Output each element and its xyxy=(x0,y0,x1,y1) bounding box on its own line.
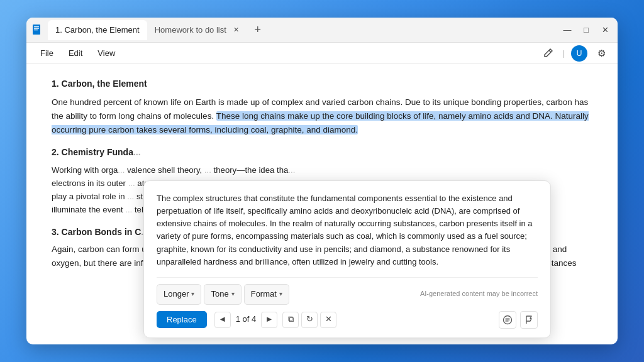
menu-file[interactable]: File xyxy=(34,46,60,60)
refresh-button[interactable]: ↻ xyxy=(301,312,318,328)
settings-icon[interactable]: ⚙ xyxy=(592,45,610,62)
close-button[interactable]: ✕ xyxy=(597,23,613,38)
dismiss-button[interactable]: ✕ xyxy=(320,312,336,328)
maximize-icon: □ xyxy=(584,25,589,35)
longer-chevron: ▾ xyxy=(191,289,194,299)
svg-rect-2 xyxy=(34,28,39,28)
tone-dropdown[interactable]: Tone ▾ xyxy=(204,284,241,305)
stack-icon-button[interactable] xyxy=(499,311,516,329)
copy-icon: ⧉ xyxy=(288,313,294,326)
format-chevron: ▾ xyxy=(279,289,282,299)
add-tab-button[interactable]: + xyxy=(249,21,267,39)
tab-homework-label: Homework to do list xyxy=(155,25,226,35)
document-body: 1. Carbon, the Element One hundred perce… xyxy=(26,64,618,344)
ai-popup-text: The complex structures that constitute t… xyxy=(157,192,538,268)
tab-homework[interactable]: Homework to do list ✕ xyxy=(147,20,249,40)
ai-disclaimer: AI-generated content may be incorrect xyxy=(292,288,538,300)
minimize-icon: — xyxy=(564,25,572,35)
tone-label: Tone xyxy=(211,288,228,301)
nav-next-button[interactable]: ► xyxy=(261,312,277,328)
window-controls: — □ ✕ xyxy=(560,23,613,38)
toolbar-icons: | U ⚙ xyxy=(539,45,610,62)
doc-heading-2: 2. Chemistry Funda... xyxy=(52,145,592,159)
ai-rewrite-popup: The complex structures that constitute t… xyxy=(143,180,551,338)
close-icon: ✕ xyxy=(602,25,609,35)
doc-para-1: One hundred percent of known life on Ear… xyxy=(52,96,592,136)
nav-label: 1 of 4 xyxy=(233,313,259,326)
tab-homework-close[interactable]: ✕ xyxy=(231,25,242,35)
dismiss-icon: ✕ xyxy=(325,313,332,326)
nav-controls: ◄ 1 of 4 ► xyxy=(214,312,278,328)
user-avatar[interactable]: U xyxy=(571,45,587,62)
svg-rect-3 xyxy=(34,30,38,30)
title-bar: 1. Carbon, the Element Homework to do li… xyxy=(26,18,618,43)
add-tab-icon: + xyxy=(255,23,262,36)
longer-label: Longer xyxy=(164,288,189,301)
ai-popup-actions: Longer ▾ Tone ▾ Format ▾ AI-generated co… xyxy=(157,277,538,305)
svg-rect-1 xyxy=(34,26,39,27)
app-icon xyxy=(31,24,44,36)
minimize-button[interactable]: — xyxy=(560,23,575,38)
menu-view[interactable]: View xyxy=(91,46,121,60)
copy-button[interactable]: ⧉ xyxy=(282,312,299,328)
doc-heading-1: 1. Carbon, the Element xyxy=(52,77,592,90)
action-icons-right xyxy=(499,311,538,329)
tab-carbon-label: 1. Carbon, the Element xyxy=(55,25,140,35)
format-dropdown[interactable]: Format ▾ xyxy=(244,284,289,305)
pen-icon[interactable] xyxy=(539,45,557,62)
flag-icon-button[interactable] xyxy=(520,311,538,329)
tone-chevron: ▾ xyxy=(231,289,235,299)
format-label: Format xyxy=(251,288,277,301)
close-icon: ✕ xyxy=(233,26,239,34)
longer-dropdown[interactable]: Longer ▾ xyxy=(157,284,201,305)
ai-popup-bottom: Replace ◄ 1 of 4 ► ⧉ ↻ ✕ xyxy=(157,311,538,329)
refresh-icon: ↻ xyxy=(306,313,313,326)
menu-edit[interactable]: Edit xyxy=(62,46,89,60)
avatar-initial: U xyxy=(577,49,582,58)
maximize-button[interactable]: □ xyxy=(579,23,594,38)
replace-button[interactable]: Replace xyxy=(157,311,207,328)
menu-bar: File Edit View | U ⚙ xyxy=(26,43,618,64)
nav-prev-button[interactable]: ◄ xyxy=(214,312,231,328)
tab-carbon[interactable]: 1. Carbon, the Element xyxy=(48,20,147,40)
app-window: 1. Carbon, the Element Homework to do li… xyxy=(26,18,618,344)
